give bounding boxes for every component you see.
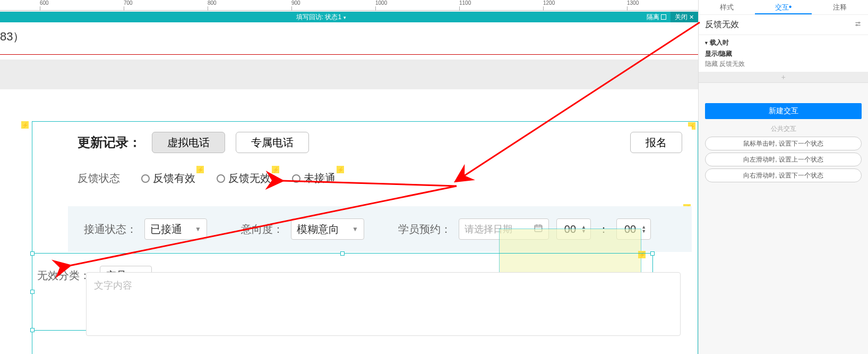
isolate-button[interactable]: 隔离	[642, 12, 671, 22]
appointment-label: 学员预约：	[398, 222, 451, 237]
signup-button[interactable]: 报名	[630, 132, 682, 153]
svg-point-2	[856, 24, 857, 26]
state-dropdown[interactable]: 填写回访: 状态1	[0, 13, 642, 22]
interaction-event-block[interactable]: 载入时 显示/隐藏 隐藏 反馈无效	[699, 35, 868, 72]
interaction-marker-icon: ⚡	[21, 121, 29, 129]
inspector-tabs: 样式 交互• 注释	[699, 0, 868, 15]
dynamic-panel-state-bar: 填写回访: 状态1 隔离 关闭✕	[0, 12, 698, 22]
connection-status-label: 接通状态：	[84, 222, 137, 237]
ruler-mark: 1000	[375, 0, 387, 6]
ruler-mark: 1200	[543, 0, 555, 6]
action-target[interactable]: 隐藏 反馈无效	[705, 60, 862, 69]
not-answered-radio[interactable]: 未接通⚡	[292, 171, 336, 186]
interaction-marker-icon: ⚡	[272, 166, 279, 173]
virtual-phone-button[interactable]: 虚拟电话	[152, 132, 225, 153]
close-icon: ✕	[689, 12, 694, 22]
event-onload-title[interactable]: 载入时	[705, 38, 862, 47]
background-band	[0, 60, 698, 89]
guide-line	[0, 54, 698, 55]
interaction-marker-icon: ⚡	[337, 166, 344, 173]
preset-click-next-state[interactable]: 鼠标单击时, 设置下一个状态	[705, 137, 862, 150]
spinner-icon: ▲▼	[641, 225, 646, 233]
add-action-bar[interactable]: +	[699, 72, 868, 83]
ruler-mark: 800	[208, 0, 217, 6]
feedback-status-label: 反馈状态	[78, 171, 120, 186]
content-textarea[interactable]: 文字内容	[86, 272, 681, 336]
connection-status-select[interactable]: 已接通▼	[144, 218, 207, 240]
feedback-valid-radio[interactable]: 反馈有效⚡	[141, 171, 195, 186]
interaction-marker-icon: ⚡	[196, 166, 204, 173]
ruler-mark: 1100	[459, 0, 471, 6]
chevron-down-icon: ▼	[352, 225, 358, 233]
close-panel-button[interactable]: 关闭✕	[671, 12, 698, 22]
chevron-down-icon: ▼	[195, 225, 201, 233]
public-interactions-label: 公共交互	[699, 124, 868, 133]
update-record-heading: 更新记录：	[78, 134, 141, 151]
invalid-category-label: 无效分类：	[37, 268, 90, 283]
ruler-mark: 600	[40, 0, 49, 6]
inspector-panel: 样式 交互• 注释 反馈无效 载入时 显示/隐藏 隐藏 反馈无效 + 新建交互 …	[698, 0, 868, 354]
action-show-hide[interactable]: 显示/隐藏	[705, 47, 862, 60]
settings-sliders-icon[interactable]	[854, 20, 862, 30]
intent-select[interactable]: 模糊意向▼	[291, 218, 364, 240]
preset-swipe-right-next[interactable]: 向右滑动时, 设置下一个状态	[705, 168, 862, 182]
design-canvas[interactable]: 83） ⚡ ⚡ 更新记录： 虚拟电话 专属电话 报名 反馈状态 反馈有效⚡ 反馈…	[0, 22, 698, 354]
ruler-mark: 900	[291, 0, 300, 6]
tab-style[interactable]: 样式	[699, 0, 755, 14]
horizontal-ruler: 600 700 800 900 1000 1100 1200 1300	[0, 0, 698, 11]
preset-swipe-left-prev[interactable]: 向左滑动时, 设置上一个状态	[705, 153, 862, 166]
private-phone-button[interactable]: 专属电话	[236, 132, 309, 153]
tab-interactions[interactable]: 交互•	[755, 0, 811, 14]
ruler-mark: 700	[124, 0, 133, 6]
svg-point-1	[858, 22, 860, 23]
tab-notes[interactable]: 注释	[812, 0, 868, 14]
new-interaction-button[interactable]: 新建交互	[705, 103, 862, 119]
ruler-mark: 1300	[627, 0, 639, 6]
intent-label: 意向度：	[241, 222, 283, 237]
isolate-icon	[661, 14, 666, 20]
component-name-field[interactable]: 反馈无效	[699, 15, 868, 35]
truncated-text: 83）	[0, 29, 24, 45]
feedback-invalid-radio[interactable]: 反馈无效⚡	[217, 171, 271, 186]
form-card: 更新记录： 虚拟电话 专属电话 报名 反馈状态 反馈有效⚡ 反馈无效⚡ 未接通⚡	[68, 127, 692, 191]
